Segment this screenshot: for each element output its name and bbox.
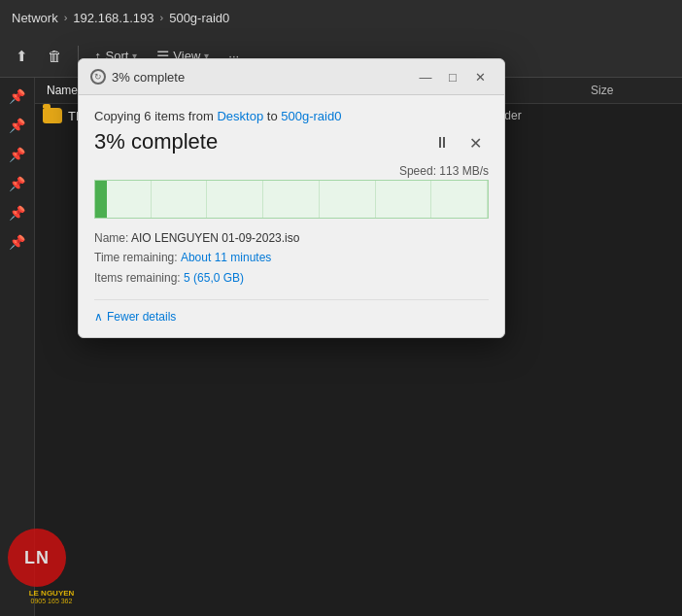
watermark-phone: 0905 165 362 [8,598,95,604]
source-to-text: to [267,109,278,123]
name-label: Name: [94,231,128,245]
grid-col-4 [263,181,320,218]
details-section: Name: AIO LENGUYEN 01-09-2023.iso Time r… [94,228,489,288]
trash-icon: 🗑 [48,48,62,64]
dialog-body: Copying 6 items from Desktop to 500g-rai… [79,95,504,337]
dialog-titlebar: ↻ 3% complete — □ ✕ [79,59,504,95]
share-icon: ⬆ [16,48,28,65]
grid-col-2 [152,181,208,218]
pause-button[interactable]: ⏸ [428,129,456,156]
fewer-details-chevron: ∧ [94,310,103,324]
progress-area: Speed: 113 MB/s [94,164,489,219]
watermark: LN LE NGUYEN 0905 165 362 [8,529,95,606]
items-label: Items remaining: [94,271,181,285]
grid-col-3 [207,181,263,218]
speed-label: Speed: 113 MB/s [94,164,489,178]
copy-dialog: ↻ 3% complete — □ ✕ Copying 6 items from… [78,58,505,338]
grid-col-7 [431,181,488,218]
breadcrumb-sep-1: › [64,12,68,23]
time-row: Time remaining: About 11 minutes [94,248,489,267]
dialog-action-row: ⏸ ✕ [428,129,489,156]
name-row: Name: AIO LENGUYEN 01-09-2023.iso [94,228,489,248]
breadcrumb-ip[interactable]: 192.168.1.193 [73,11,153,25]
pin-icon-5[interactable]: 📌 [6,202,28,223]
grid-col-5 [320,181,376,218]
breadcrumb-sep-2: › [160,12,164,23]
name-value: AIO LENGUYEN 01-09-2023.iso [131,231,299,245]
items-row: Items remaining: 5 (65,0 GB) [94,268,489,288]
time-value: About 11 minutes [181,251,271,264]
pin-icon-4[interactable]: 📌 [6,173,28,194]
cancel-copy-button[interactable]: ✕ [461,129,489,156]
dialog-title-left: ↻ 3% complete [90,69,185,85]
watermark-circle: LN [8,529,66,587]
progress-bar [94,180,489,219]
pin-icon-3[interactable]: 📌 [6,144,28,165]
grid-col-6 [376,181,432,218]
maximize-button[interactable]: □ [440,67,465,86]
pin-icon-1[interactable]: 📌 [6,86,28,107]
close-button[interactable]: ✕ [467,67,493,86]
source-from: Desktop [217,109,266,123]
watermark-initials: LN [24,548,50,568]
items-value: 5 (65,0 GB) [184,271,244,285]
fewer-details-row[interactable]: ∧ Fewer details [94,299,489,324]
dialog-controls: — □ ✕ [413,67,493,86]
progress-icon: ↻ [90,69,106,85]
fewer-details-label: Fewer details [107,310,176,324]
watermark-brand: LE NGUYEN [8,589,95,598]
progress-grid [95,181,488,218]
source-dest: 500g-raid0 [281,109,341,123]
breadcrumb-network[interactable]: Network [12,11,58,25]
breadcrumb: Network › 192.168.1.193 › 500g-raid0 [0,0,682,35]
delete-button[interactable]: 🗑 [40,43,70,69]
pin-icon-6[interactable]: 📌 [6,231,28,253]
share-button[interactable]: ⬆ [8,43,36,70]
source-text: Copying 6 items from [94,109,214,123]
folder-icon [43,108,62,123]
percent-heading: 3% complete [94,129,218,154]
minimize-button[interactable]: — [413,67,438,86]
breadcrumb-share[interactable]: 500g-raid0 [169,11,229,25]
col-size[interactable]: Size [587,82,665,99]
pin-icon-2[interactable]: 📌 [6,115,28,136]
copy-source-line: Copying 6 items from Desktop to 500g-rai… [94,109,489,123]
dialog-title: 3% complete [112,70,185,85]
progress-fill [95,181,107,218]
time-label: Time remaining: [94,251,178,264]
